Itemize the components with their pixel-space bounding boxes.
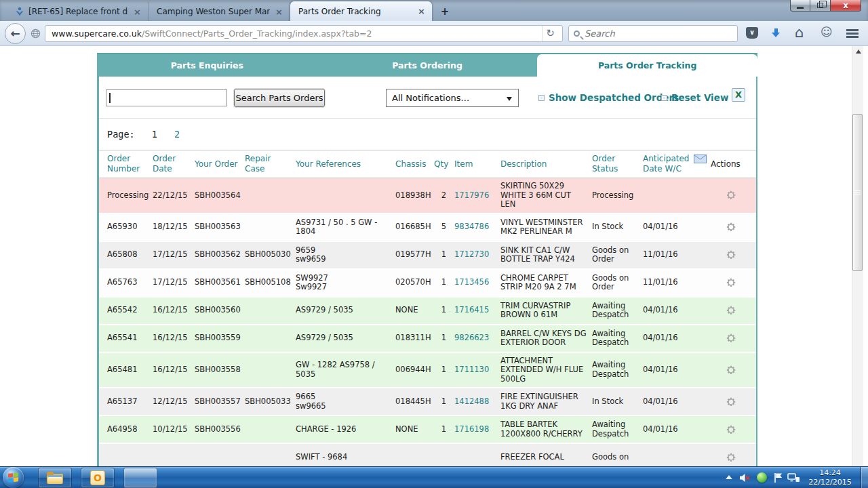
- taskbar-outlook-button[interactable]: O: [81, 468, 115, 488]
- show-hidden-icons-arrow[interactable]: [726, 475, 732, 479]
- cell-actions: [711, 352, 756, 388]
- close-window-button[interactable]: x: [830, 0, 861, 12]
- search-parts-orders-button[interactable]: Search Parts Orders: [234, 89, 325, 107]
- action-center-flag-icon[interactable]: [774, 472, 783, 486]
- column-header-repair_case: Repair Case: [245, 150, 296, 178]
- network-icon[interactable]: [787, 472, 800, 486]
- gear-icon[interactable]: [726, 424, 736, 435]
- start-button[interactable]: [3, 467, 24, 488]
- hamburger-menu-icon[interactable]: [846, 29, 859, 38]
- cell-actions: [711, 214, 756, 241]
- cell-description: TRIM CURVASTRIP BROWN 0 61M: [500, 297, 592, 325]
- gear-icon[interactable]: [726, 333, 736, 344]
- item-number-link[interactable]: 1716415: [454, 305, 489, 314]
- page-tab-strip: Parts Enquiries Parts Ordering Parts Ord…: [97, 53, 757, 77]
- item-number-link[interactable]: 1717976: [454, 190, 489, 200]
- gear-icon[interactable]: [726, 222, 736, 232]
- tab-parts-ordering[interactable]: Parts Ordering: [317, 54, 538, 77]
- page-content: Parts Enquiries Parts Ordering Parts Ord…: [97, 53, 757, 466]
- item-number-link[interactable]: 1712730: [454, 249, 489, 259]
- cell-order_date: 17/12/15: [153, 269, 195, 297]
- item-number-link[interactable]: 9826623: [454, 333, 489, 342]
- jira-icon: [15, 7, 24, 16]
- tab-parts-order-tracking[interactable]: Parts Order Tracking: [537, 54, 757, 77]
- cell-actions: [711, 297, 756, 325]
- smiley-extension-icon[interactable]: ☺: [821, 25, 833, 39]
- item-number-link[interactable]: 1716198: [454, 424, 489, 434]
- cell-your_order: SBH003563: [195, 214, 245, 241]
- browser-search-box[interactable]: [568, 25, 738, 42]
- cell-qty: 1: [434, 352, 454, 388]
- cell-chassis: 006944H: [395, 352, 434, 388]
- scrollbar-thumb[interactable]: [852, 114, 863, 271]
- cell-repair_case: SBH005030: [245, 241, 296, 269]
- new-tab-button[interactable]: +: [436, 5, 454, 18]
- chevron-down-icon: [507, 97, 512, 101]
- reset-view-link[interactable]: Reset View: [661, 92, 728, 103]
- gear-icon[interactable]: [726, 396, 736, 407]
- cell-repair_case: [245, 325, 296, 352]
- cell-your_references: SWIFT - 9684: [296, 443, 395, 466]
- page-number-link[interactable]: 2: [174, 129, 180, 140]
- browser-search-input[interactable]: [585, 28, 720, 39]
- cell-order_date: 12/12/15: [153, 388, 195, 415]
- item-number-link[interactable]: 1711130: [454, 365, 489, 374]
- cell-anticipated: [643, 443, 711, 466]
- volume-muted-icon[interactable]: [739, 472, 751, 486]
- tab-parts-enquiries[interactable]: Parts Enquiries: [97, 54, 317, 77]
- browser-tab-active[interactable]: Parts Order Tracking ×: [290, 1, 432, 21]
- cell-your_references: AS9731 / 50 . 5 GW - 1804: [296, 214, 395, 241]
- url-bar[interactable]: www.supercare.co.uk/SwiftConnect/Parts_O…: [45, 25, 563, 42]
- content-body: Search Parts Orders All Notifications...…: [97, 77, 757, 466]
- gear-icon[interactable]: [726, 365, 736, 375]
- home-icon[interactable]: ⌂: [795, 24, 804, 41]
- close-tab-icon[interactable]: ×: [416, 6, 427, 16]
- taskbar-firefox-button[interactable]: [123, 468, 157, 488]
- page-number-current[interactable]: 1: [152, 129, 157, 140]
- cell-item: 1711130: [454, 352, 500, 388]
- minimize-button[interactable]: [790, 0, 810, 12]
- scroll-up-arrow[interactable]: [852, 49, 864, 60]
- cell-repair_case: [245, 415, 296, 443]
- gear-icon[interactable]: [726, 305, 736, 316]
- gear-icon[interactable]: [726, 249, 736, 260]
- back-button[interactable]: ←: [5, 23, 26, 44]
- cell-repair_case: SBH005033: [245, 388, 296, 415]
- taskbar-clock[interactable]: 14:24 22/12/2015: [804, 468, 856, 487]
- browser-tab-2[interactable]: Camping Weston Super Mare | ... ×: [149, 2, 290, 21]
- clock-date: 22/12/2015: [804, 478, 856, 487]
- cell-order_number: Processing: [99, 178, 153, 214]
- browser-tab-1[interactable]: [RET-65] Replace front doo... ×: [7, 2, 149, 21]
- gear-icon[interactable]: [726, 190, 736, 201]
- item-number-link[interactable]: 1713456: [454, 277, 489, 287]
- close-tab-icon[interactable]: ×: [132, 7, 142, 17]
- gear-icon[interactable]: [726, 277, 736, 288]
- cell-order_date: 18/12/15: [153, 214, 195, 241]
- item-number-link[interactable]: 1412488: [454, 396, 489, 406]
- reload-icon[interactable]: ↻: [542, 26, 558, 41]
- cell-anticipated: [643, 178, 711, 214]
- cell-actions: [711, 178, 756, 214]
- show-despatched-orders-link[interactable]: Show Despatched Orders: [538, 92, 679, 103]
- taskbar-explorer-button[interactable]: [38, 468, 72, 488]
- close-tab-icon[interactable]: ×: [274, 7, 284, 17]
- gear-icon[interactable]: [726, 452, 736, 463]
- cell-order_number: A65481: [99, 352, 153, 388]
- pocket-icon[interactable]: ∨: [746, 27, 758, 39]
- envelope-icon[interactable]: [694, 155, 707, 163]
- cell-item: 1412488: [454, 388, 500, 415]
- cell-chassis: 020570H: [395, 269, 434, 297]
- cell-order_date: 16/12/15: [153, 352, 195, 388]
- scrollbar[interactable]: [852, 46, 863, 466]
- restore-button[interactable]: [810, 0, 830, 12]
- notifications-dropdown[interactable]: All Notifications...: [386, 89, 519, 107]
- show-desktop-button[interactable]: [861, 467, 868, 488]
- parts-search-input[interactable]: [106, 89, 227, 106]
- status-green-icon[interactable]: [757, 472, 767, 483]
- cell-your_order: SBH003558: [195, 352, 245, 388]
- column-header-order_status: Order Status: [592, 150, 643, 178]
- export-excel-icon[interactable]: X: [732, 88, 745, 102]
- cell-repair_case: [245, 352, 296, 388]
- item-number-link[interactable]: 9834786: [454, 222, 489, 231]
- cell-repair_case: SBH005108: [245, 269, 296, 297]
